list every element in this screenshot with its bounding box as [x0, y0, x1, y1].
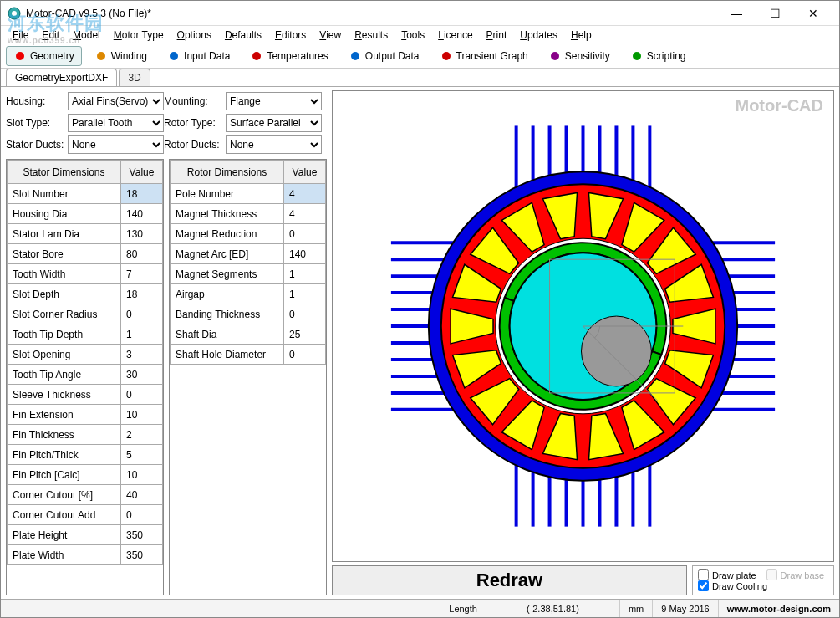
table-row[interactable]: Slot Corner Radius0: [8, 304, 163, 324]
table-row[interactable]: Magnet Reduction0: [171, 224, 326, 244]
tool-transient-graph[interactable]: Transient Graph: [432, 46, 536, 66]
stator-head-name[interactable]: Stator Dimensions: [8, 161, 121, 184]
param-value[interactable]: 25: [284, 324, 326, 345]
param-name: Slot Number: [8, 184, 121, 204]
table-row[interactable]: Plate Width350: [8, 545, 163, 565]
param-value[interactable]: 18: [121, 284, 163, 304]
param-value[interactable]: 350: [121, 545, 163, 565]
table-row[interactable]: Tooth Tip Depth1: [8, 324, 163, 345]
param-value[interactable]: 1: [284, 264, 326, 284]
param-value[interactable]: 7: [121, 264, 163, 284]
tool-input-data[interactable]: Input Data: [160, 46, 237, 66]
table-row[interactable]: Magnet Arc [ED]140: [171, 244, 326, 264]
menu-print[interactable]: Print: [480, 29, 514, 41]
draw-base-check: Draw base: [766, 569, 825, 580]
table-row[interactable]: Fin Thickness2: [8, 425, 163, 445]
menu-options[interactable]: Options: [171, 29, 218, 41]
menu-motor-type[interactable]: Motor Type: [107, 29, 171, 41]
param-value[interactable]: 3: [121, 345, 163, 365]
param-value[interactable]: 140: [121, 204, 163, 224]
param-value[interactable]: 18: [121, 184, 163, 204]
table-row[interactable]: Plate Height350: [8, 525, 163, 545]
table-row[interactable]: Shaft Dia25: [171, 324, 326, 345]
table-row[interactable]: Stator Lam Dia130: [8, 224, 163, 244]
table-row[interactable]: Shaft Hole Diameter0: [171, 345, 326, 365]
table-row[interactable]: Tooth Width7: [8, 264, 163, 284]
table-row[interactable]: Magnet Segments1: [171, 264, 326, 284]
rotor-head-name[interactable]: Rotor Dimensions: [171, 161, 284, 184]
param-value[interactable]: 1: [284, 284, 326, 304]
table-row[interactable]: Slot Number18: [8, 184, 163, 204]
menu-editors[interactable]: Editors: [268, 29, 313, 41]
menu-defaults[interactable]: Defaults: [218, 29, 268, 41]
menu-file[interactable]: File: [6, 29, 35, 41]
menu-results[interactable]: Results: [348, 29, 395, 41]
table-row[interactable]: Slot Depth18: [8, 284, 163, 304]
subtab-geometryexportdxf[interactable]: GeometryExportDXF: [6, 69, 117, 86]
tool-output-data[interactable]: Output Data: [341, 46, 427, 66]
table-row[interactable]: Stator Bore80: [8, 244, 163, 264]
mounting-select[interactable]: Flange: [226, 92, 322, 110]
table-row[interactable]: Corner Cutout Add0: [8, 505, 163, 525]
param-value[interactable]: 0: [284, 304, 326, 324]
param-value[interactable]: 2: [121, 425, 163, 445]
param-value[interactable]: 4: [284, 204, 326, 224]
param-value[interactable]: 0: [284, 224, 326, 244]
param-value[interactable]: 350: [121, 525, 163, 545]
param-value[interactable]: 10: [121, 405, 163, 425]
table-row[interactable]: Banding Thickness0: [171, 304, 326, 324]
menu-view[interactable]: View: [313, 29, 348, 41]
param-value[interactable]: 4: [284, 184, 326, 204]
menu-edit[interactable]: Edit: [35, 29, 66, 41]
menu-model[interactable]: Model: [66, 29, 107, 41]
table-row[interactable]: Fin Pitch/Thick5: [8, 445, 163, 465]
maximize-button[interactable]: ☐: [756, 1, 794, 26]
minimize-button[interactable]: —: [717, 1, 756, 26]
stator-head-val[interactable]: Value: [121, 161, 163, 184]
param-value[interactable]: 140: [284, 244, 326, 264]
statorducts-select[interactable]: None: [68, 135, 164, 154]
table-row[interactable]: Fin Extension10: [8, 405, 163, 425]
table-row[interactable]: Housing Dia140: [8, 204, 163, 224]
table-row[interactable]: Corner Cutout [%]40: [8, 485, 163, 505]
param-value[interactable]: 40: [121, 485, 163, 505]
close-button[interactable]: ✕: [794, 1, 832, 26]
table-row[interactable]: Airgap1: [171, 284, 326, 304]
table-row[interactable]: Magnet Thickness4: [171, 204, 326, 224]
right-panel: Motor-CAD: [332, 87, 839, 599]
menu-updates[interactable]: Updates: [513, 29, 564, 41]
param-value[interactable]: 1: [121, 324, 163, 345]
menu-tools[interactable]: Tools: [395, 29, 431, 41]
param-value[interactable]: 10: [121, 465, 163, 485]
housing-select[interactable]: Axial Fins(Servo): [68, 92, 164, 110]
tool-temperatures[interactable]: Temperatures: [242, 46, 335, 66]
slottype-select[interactable]: Parallel Tooth: [68, 114, 164, 132]
rotorducts-select[interactable]: None: [226, 135, 322, 154]
tool-sensitivity[interactable]: Sensitivity: [541, 46, 618, 66]
tool-winding[interactable]: Winding: [87, 46, 155, 66]
tool-scripting[interactable]: Scripting: [623, 46, 694, 66]
param-value[interactable]: 30: [121, 365, 163, 385]
draw-cooling-check[interactable]: Draw Cooling: [698, 580, 828, 591]
param-value[interactable]: 0: [121, 505, 163, 525]
param-value[interactable]: 0: [121, 304, 163, 324]
param-value[interactable]: 5: [121, 445, 163, 465]
param-value[interactable]: 80: [121, 244, 163, 264]
tool-geometry[interactable]: Geometry: [6, 46, 82, 66]
table-row[interactable]: Pole Number4: [171, 184, 326, 204]
table-row[interactable]: Fin Pitch [Calc]10: [8, 465, 163, 485]
table-row[interactable]: Tooth Tip Angle30: [8, 365, 163, 385]
table-row[interactable]: Sleeve Thickness0: [8, 385, 163, 405]
rotor-head-val[interactable]: Value: [284, 161, 326, 184]
menu-help[interactable]: Help: [564, 29, 598, 41]
subtab-3d[interactable]: 3D: [119, 69, 150, 86]
draw-plate-check[interactable]: Draw plate: [698, 569, 756, 580]
geometry-canvas[interactable]: Motor-CAD: [332, 90, 834, 562]
menu-licence[interactable]: Licence: [431, 29, 479, 41]
redraw-button[interactable]: Redraw: [332, 565, 687, 595]
param-value[interactable]: 0: [121, 385, 163, 405]
rotortype-select[interactable]: Surface Parallel: [226, 114, 322, 132]
table-row[interactable]: Slot Opening3: [8, 345, 163, 365]
param-value[interactable]: 0: [284, 345, 326, 365]
param-value[interactable]: 130: [121, 224, 163, 244]
